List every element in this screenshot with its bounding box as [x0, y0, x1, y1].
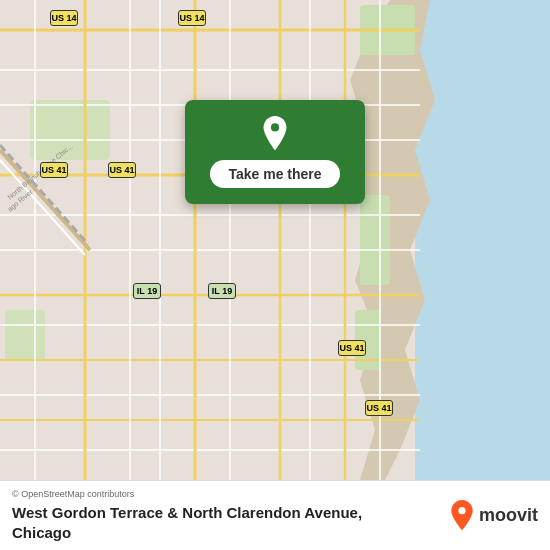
- location-card[interactable]: Take me there: [185, 100, 365, 204]
- moovit-brand-text: moovit: [479, 505, 538, 526]
- take-me-there-button[interactable]: Take me there: [210, 160, 339, 188]
- shield-us41-midleft2: US 41: [108, 162, 136, 178]
- bottom-bar: © OpenStreetMap contributors West Gordon…: [0, 480, 550, 550]
- moovit-pin-icon: [448, 500, 476, 532]
- shield-il19-left: IL 19: [133, 283, 161, 299]
- shield-us41-lower: US 41: [338, 340, 366, 356]
- moovit-logo: moovit: [448, 500, 538, 532]
- svg-rect-5: [30, 100, 110, 160]
- location-pin-icon: [257, 116, 293, 152]
- svg-rect-3: [360, 195, 390, 285]
- shield-us14-topleft: US 14: [50, 10, 78, 26]
- shield-il19-mid: IL 19: [208, 283, 236, 299]
- location-name: West Gordon Terrace & North Clarendon Av…: [12, 503, 438, 542]
- svg-point-35: [271, 123, 279, 131]
- shield-us41-midleft: US 41: [40, 162, 68, 178]
- bottom-text-block: © OpenStreetMap contributors West Gordon…: [12, 489, 438, 542]
- map-container: North Branch of the Chic... ago River US…: [0, 0, 550, 480]
- shield-us14-topcenter: US 14: [178, 10, 206, 26]
- shield-us41-lower2: US 41: [365, 400, 393, 416]
- map-attribution: © OpenStreetMap contributors: [12, 489, 438, 499]
- svg-point-36: [458, 507, 465, 514]
- svg-rect-6: [5, 310, 45, 360]
- svg-rect-1: [415, 0, 550, 480]
